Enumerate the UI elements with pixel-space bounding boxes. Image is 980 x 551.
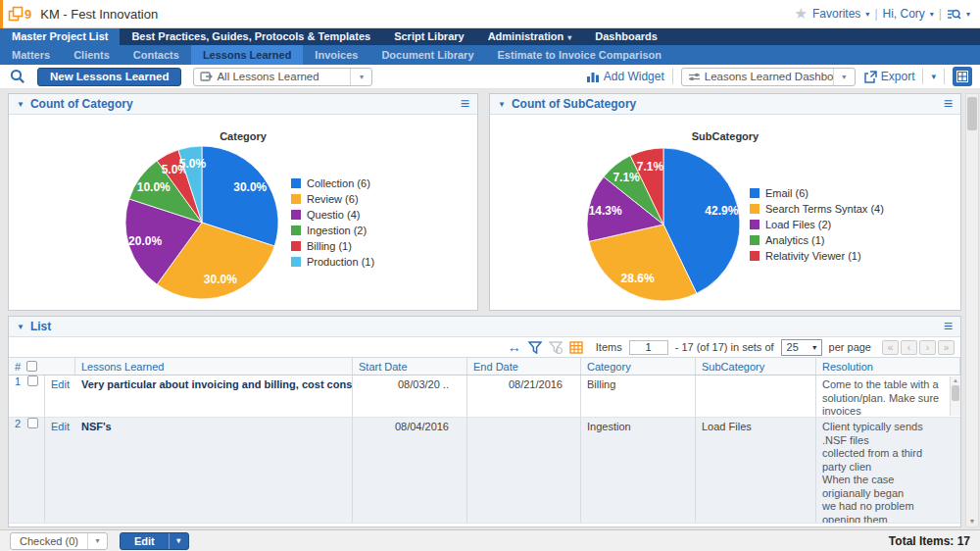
vertical-scrollbar[interactable]: ▼ — [965, 93, 979, 527]
last-page-button[interactable]: » — [938, 340, 955, 355]
row-edit-link[interactable]: Edit — [51, 421, 70, 432]
legend-label: Questio (4) — [307, 209, 360, 221]
legend-item[interactable]: Questio (4) — [291, 207, 374, 223]
column-header--[interactable]: # — [9, 358, 75, 375]
view-dropdown[interactable]: All Lessons Learned ▾ — [193, 68, 372, 86]
export-chevron-icon[interactable]: ▾ — [931, 72, 936, 81]
titlebar-actions: ★ Favorites ▾ | Hi, Cory ▾ | ▾ — [795, 5, 970, 23]
column-header-lessons-learned[interactable]: Lessons Learned — [75, 358, 353, 375]
subtab-contacts[interactable]: Contacts — [122, 45, 191, 65]
tab-master-project-list[interactable]: Master Project List — [0, 28, 120, 45]
dashboard-layout-button[interactable] — [953, 67, 972, 86]
legend-item[interactable]: Load Files (2) — [750, 217, 884, 232]
lessons-learned-text[interactable]: Very particular about invoicing and bill… — [81, 378, 353, 390]
lessons-learned-text[interactable]: NSF's — [81, 421, 112, 432]
chevron-down-icon[interactable]: ▾ — [833, 69, 855, 85]
widget-menu-icon[interactable]: ≡ — [944, 320, 953, 333]
tab-best-practices-guides-protocols-templates[interactable]: Best Practices, Guides, Protocols & Temp… — [120, 28, 382, 45]
search-icon[interactable] — [10, 69, 25, 84]
export-grid-icon[interactable] — [569, 341, 583, 354]
column-header-end-date[interactable]: End Date — [467, 358, 581, 375]
chevron-down-icon[interactable]: ▾ — [966, 10, 970, 19]
chevron-down-icon[interactable]: ▾ — [169, 533, 188, 549]
checked-scope-dropdown[interactable]: Checked (0) ▾ — [10, 532, 108, 550]
add-widget-button[interactable]: Add Widget — [586, 70, 664, 83]
new-lessons-learned-button[interactable]: New Lessons Learned — [37, 68, 181, 86]
column-header-label: SubCategory — [702, 361, 764, 373]
widget-menu-icon[interactable]: ≡ — [461, 97, 469, 111]
scrollbar-thumb[interactable] — [952, 385, 959, 401]
legend-item[interactable]: Relativity Viewer (1) — [750, 248, 884, 264]
scroll-up-icon[interactable]: ▲ — [951, 376, 960, 384]
tab-administration[interactable]: Administration▾ — [476, 28, 584, 45]
tab-script-library[interactable]: Script Library — [382, 28, 476, 45]
quick-search-icon[interactable] — [947, 8, 961, 21]
subtab-invoices[interactable]: Invoices — [303, 45, 369, 65]
chevron-down-icon[interactable]: ▾ — [930, 10, 934, 19]
export-button[interactable]: Export — [863, 70, 915, 83]
column-header-category[interactable]: Category — [581, 358, 696, 375]
legend-item[interactable]: Production (1) — [291, 254, 374, 270]
subtab-matters[interactable]: Matters — [0, 45, 62, 65]
column-header-label: Resolution — [822, 361, 873, 373]
legend-label: Billing (1) — [307, 240, 352, 252]
divider — [944, 69, 945, 84]
select-all-checkbox[interactable] — [26, 361, 37, 372]
page-size-select[interactable]: 25 ▼ — [781, 339, 822, 356]
legend-swatch — [291, 178, 301, 188]
row-number-link[interactable]: 1 — [15, 376, 21, 387]
next-page-button[interactable]: › — [919, 340, 936, 355]
list-controls: ↔ Items - 17 — [9, 337, 960, 357]
legend-label: Production (1) — [307, 256, 374, 268]
row-edit-link[interactable]: Edit — [51, 378, 70, 390]
toolbar-left: New Lessons Learned All Lessons Learned … — [10, 68, 372, 86]
row-checkbox[interactable] — [27, 376, 38, 386]
legend-item[interactable]: Review (6) — [291, 191, 374, 207]
chevron-down-icon[interactable]: ▾ — [865, 10, 869, 19]
mass-edit-button[interactable]: Edit ▾ — [120, 532, 189, 550]
count-of-subcategory-widget: ▼ Count of SubCategory ≡ SubCategory 42.… — [489, 93, 961, 311]
subcategory-pie-chart[interactable]: 42.9%28.6%14.3%7.1%7.1% — [490, 115, 960, 310]
dashboard-dropdown[interactable]: Leasons Learned Dashboard ▾ — [681, 68, 856, 86]
scroll-down-icon[interactable]: ▼ — [966, 518, 978, 525]
cell-resolution: Come to the table with a solution/plan. … — [816, 376, 960, 417]
legend-swatch — [291, 241, 301, 251]
widget-menu-icon[interactable]: ≡ — [944, 97, 953, 111]
first-page-button[interactable]: « — [882, 340, 899, 355]
legend-item[interactable]: Search Terms Syntax (4) — [750, 201, 884, 217]
items-page-input[interactable] — [629, 340, 668, 355]
collapse-triangle-icon[interactable]: ▼ — [17, 323, 24, 331]
subtab-estimate-to-invoice-comparison[interactable]: Estimate to Invoice Comparison — [486, 45, 673, 65]
legend-item[interactable]: Analytics (1) — [750, 232, 884, 248]
user-menu[interactable]: Hi, Cory — [883, 7, 925, 21]
subtab-document-library[interactable]: Document Library — [369, 45, 485, 65]
category-pie-chart[interactable]: 30.0%30.0%20.0%10.0%5.0%5.0% — [9, 115, 477, 310]
legend-item[interactable]: Ingestion (2) — [291, 223, 374, 238]
legend-label: Email (6) — [765, 187, 808, 199]
chevron-down-icon[interactable]: ▾ — [87, 533, 107, 549]
row-number-link[interactable]: 2 — [15, 418, 21, 429]
column-header-start-date[interactable]: Start Date — [353, 358, 467, 375]
legend-item[interactable]: Collection (6) — [291, 175, 374, 191]
scrollbar-thumb[interactable] — [967, 97, 977, 130]
resize-columns-icon[interactable]: ↔ — [508, 341, 521, 353]
subtab-clients[interactable]: Clients — [62, 45, 122, 65]
favorites-menu[interactable]: Favorites — [812, 7, 860, 21]
legend-item[interactable]: Email (6) — [750, 185, 884, 201]
subtab-lessons-learned[interactable]: Lessons Learned — [191, 45, 303, 65]
chevron-down-icon[interactable]: ▾ — [350, 69, 371, 85]
tab-dashboards[interactable]: Dashboards — [583, 28, 669, 45]
row-checkbox[interactable] — [27, 418, 38, 428]
cell-subcategory — [696, 376, 816, 417]
filter-icon[interactable] — [528, 341, 542, 354]
column-header-resolution[interactable]: Resolution — [816, 358, 960, 375]
prev-page-button[interactable]: ‹ — [901, 340, 917, 355]
favorites-star-icon[interactable]: ★ — [795, 5, 808, 23]
cell-scrollbar[interactable]: ▲ — [950, 376, 960, 416]
column-header-subcategory[interactable]: SubCategory — [696, 358, 816, 375]
chevron-down-icon: ▼ — [811, 344, 821, 351]
view-dropdown-value: All Lessons Learned — [217, 71, 350, 82]
collapse-triangle-icon[interactable]: ▼ — [17, 100, 24, 109]
legend-item[interactable]: Billing (1) — [291, 238, 374, 254]
collapse-triangle-icon[interactable]: ▼ — [498, 100, 506, 109]
